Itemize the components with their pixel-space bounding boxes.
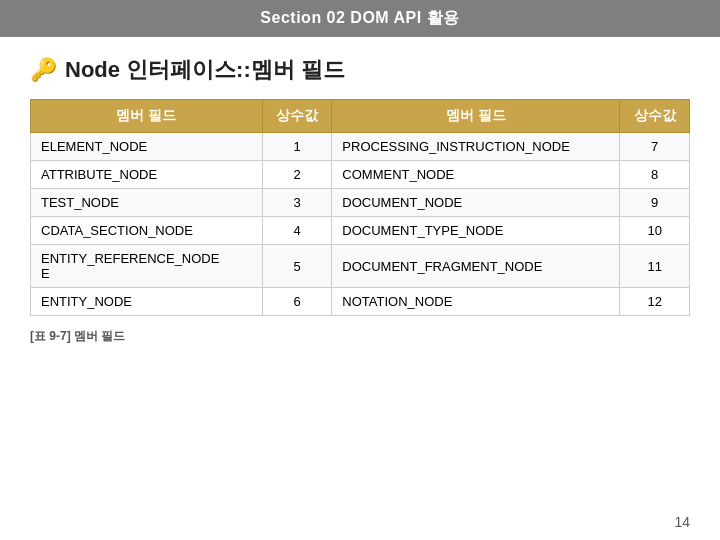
header-bar: Section 02 DOM API 활용 bbox=[0, 0, 720, 37]
table-row: TEST_NODE3DOCUMENT_NODE9 bbox=[31, 189, 690, 217]
header-title: Section 02 DOM API 활용 bbox=[260, 9, 459, 26]
col-header-member2: 멤버 필드 bbox=[332, 100, 620, 133]
cell-member1: ELEMENT_NODE bbox=[31, 133, 263, 161]
table-row: ENTITY_REFERENCE_NODE E5DOCUMENT_FRAGMEN… bbox=[31, 245, 690, 288]
table-caption: [표 9-7] 멤버 필드 bbox=[30, 328, 690, 345]
section-title-text: Node 인터페이스::멤버 필드 bbox=[65, 55, 345, 85]
col-header-const1: 상수값 bbox=[262, 100, 332, 133]
table-row: ATTRIBUTE_NODE2COMMENT_NODE8 bbox=[31, 161, 690, 189]
cell-const2: 8 bbox=[620, 161, 690, 189]
cell-member2: DOCUMENT_TYPE_NODE bbox=[332, 217, 620, 245]
cell-member2: DOCUMENT_NODE bbox=[332, 189, 620, 217]
cell-const2: 11 bbox=[620, 245, 690, 288]
col-header-member1: 멤버 필드 bbox=[31, 100, 263, 133]
table-header-row: 멤버 필드 상수값 멤버 필드 상수값 bbox=[31, 100, 690, 133]
cell-member1: ENTITY_REFERENCE_NODE E bbox=[31, 245, 263, 288]
cell-member1: ATTRIBUTE_NODE bbox=[31, 161, 263, 189]
key-icon: 🔑 bbox=[30, 57, 57, 83]
page-number: 14 bbox=[674, 514, 690, 530]
cell-const1: 2 bbox=[262, 161, 332, 189]
cell-const1: 4 bbox=[262, 217, 332, 245]
cell-const1: 5 bbox=[262, 245, 332, 288]
cell-member1: CDATA_SECTION_NODE bbox=[31, 217, 263, 245]
table-row: ENTITY_NODE6NOTATION_NODE12 bbox=[31, 288, 690, 316]
cell-member1: TEST_NODE bbox=[31, 189, 263, 217]
cell-member2: NOTATION_NODE bbox=[332, 288, 620, 316]
table-container: 멤버 필드 상수값 멤버 필드 상수값 ELEMENT_NODE1PROCESS… bbox=[30, 99, 690, 316]
cell-member2: PROCESSING_INSTRUCTION_NODE bbox=[332, 133, 620, 161]
section-title: 🔑 Node 인터페이스::멤버 필드 bbox=[30, 55, 690, 85]
cell-const2: 7 bbox=[620, 133, 690, 161]
cell-member1: ENTITY_NODE bbox=[31, 288, 263, 316]
cell-member2: COMMENT_NODE bbox=[332, 161, 620, 189]
cell-const1: 6 bbox=[262, 288, 332, 316]
cell-const1: 3 bbox=[262, 189, 332, 217]
cell-const2: 12 bbox=[620, 288, 690, 316]
member-field-table: 멤버 필드 상수값 멤버 필드 상수값 ELEMENT_NODE1PROCESS… bbox=[30, 99, 690, 316]
cell-const2: 9 bbox=[620, 189, 690, 217]
table-row: CDATA_SECTION_NODE4DOCUMENT_TYPE_NODE10 bbox=[31, 217, 690, 245]
cell-const1: 1 bbox=[262, 133, 332, 161]
cell-member2: DOCUMENT_FRAGMENT_NODE bbox=[332, 245, 620, 288]
cell-const2: 10 bbox=[620, 217, 690, 245]
table-row: ELEMENT_NODE1PROCESSING_INSTRUCTION_NODE… bbox=[31, 133, 690, 161]
col-header-const2: 상수값 bbox=[620, 100, 690, 133]
